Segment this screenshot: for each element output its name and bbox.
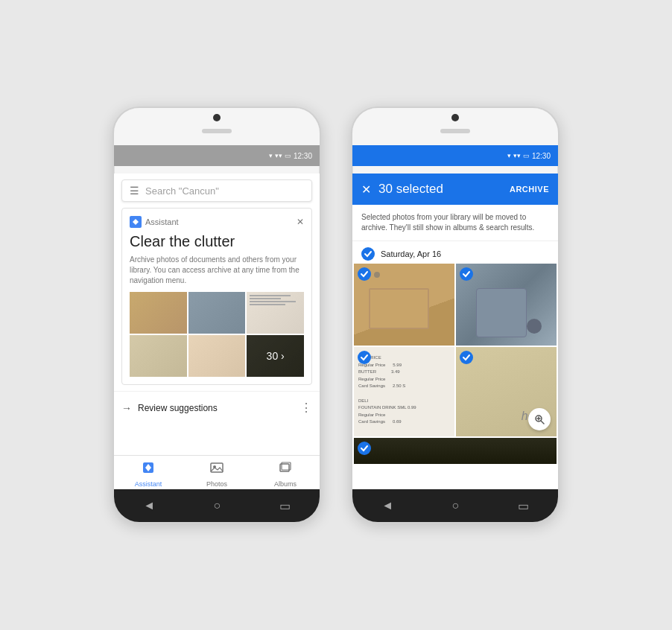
assistant-icon [130, 216, 142, 228]
photos-nav-label: Photos [206, 480, 227, 488]
archive-button[interactable]: ARCHIVE [510, 185, 549, 194]
archive-notice: Selected photos from your library will b… [352, 205, 558, 241]
selected-photo-3[interactable]: CHIN RICE Regular Price 5.99 BUTTER 3.49… [354, 347, 454, 436]
date-label: Saturday, Apr 16 [381, 249, 441, 258]
albums-nav-label: Albums [274, 480, 297, 488]
phone-1-speaker [202, 129, 232, 133]
more-options-icon[interactable]: ⋮ [300, 401, 312, 415]
phone-2-time: 12:30 [532, 152, 551, 160]
wifi-icon-2: ▾ [507, 152, 511, 159]
phone-1-top [114, 108, 320, 145]
bottom-navigation: Assistant Photos [114, 455, 320, 489]
phone-1: ▾ ▾▾ ▭ 12:30 ☰ Search "Cancun" [112, 106, 321, 524]
home-nav-icon[interactable]: ○ [214, 499, 221, 512]
photo-cell-5[interactable] [188, 335, 246, 377]
phone-1-time: 12:30 [294, 152, 312, 160]
card-description: Archive photos of documents and others f… [130, 255, 304, 286]
photo-5-check [358, 442, 371, 455]
more-count-label: 30 › [267, 350, 285, 362]
review-label: Review suggestions [138, 403, 218, 413]
assistant-nav-icon [141, 460, 156, 479]
phone-1-content: ☰ Search "Cancun" Assistant ✕ [114, 174, 320, 489]
date-section: Saturday, Apr 16 [352, 241, 558, 264]
selected-photo-4[interactable]: hello [456, 347, 557, 436]
photo-preview-grid: 30 › [130, 292, 304, 377]
review-suggestions-row[interactable]: → Review suggestions ⋮ [114, 391, 320, 424]
back-nav-icon[interactable]: ◄ [143, 499, 155, 512]
battery-icon: ▭ [285, 152, 291, 159]
photos-nav-icon [209, 460, 224, 479]
search-placeholder: Search "Cancun" [145, 185, 219, 197]
nav-tab-photos[interactable]: Photos [183, 460, 251, 488]
svg-marker-0 [133, 219, 139, 225]
phone-2-content: ✕ 30 selected ARCHIVE Selected photos fr… [352, 174, 558, 489]
photo-cell-4[interactable] [130, 335, 187, 377]
review-left: → Review suggestions [121, 402, 218, 414]
assistant-nav-label: Assistant [135, 480, 162, 488]
phone-2: ▾ ▾▾ ▭ 12:30 ✕ 30 selected ARCHIVE Selec… [351, 106, 560, 524]
nav-tab-assistant[interactable]: Assistant [114, 460, 183, 488]
selection-bar: ✕ 30 selected ARCHIVE [352, 174, 558, 205]
wifi-icon: ▾ [269, 152, 273, 159]
svg-line-8 [541, 421, 544, 424]
assistant-label: Assistant [145, 217, 179, 226]
search-bar[interactable]: ☰ Search "Cancun" [121, 179, 312, 202]
phone-1-status-icons: ▾ ▾▾ ▭ 12:30 [269, 152, 312, 160]
photo-3-check [358, 351, 371, 364]
svg-rect-3 [211, 463, 223, 472]
photo-grid-row2: CHIN RICE Regular Price 5.99 BUTTER 3.49… [352, 347, 558, 436]
selection-count: 30 selected [378, 182, 510, 197]
phone-2-statusbar: ▾ ▾▾ ▭ 12:30 [352, 145, 558, 166]
phone-1-camera [213, 114, 221, 121]
phone-1-bottom-bar: ◄ ○ ▭ [114, 489, 320, 522]
selected-photo-2[interactable] [456, 264, 557, 346]
assistant-card-header: Assistant ✕ [130, 216, 304, 228]
assistant-card: Assistant ✕ Clear the clutter Archive ph… [121, 208, 312, 385]
arrow-icon: → [121, 402, 132, 414]
selected-photo-5[interactable] [354, 438, 557, 464]
phones-container: ▾ ▾▾ ▭ 12:30 ☰ Search "Cancun" [112, 106, 560, 524]
phone-1-statusbar: ▾ ▾▾ ▭ 12:30 [114, 145, 320, 166]
photo-partial-row [352, 438, 558, 464]
photo-cell-1[interactable] [130, 292, 187, 334]
signal-icon: ▾▾ [275, 152, 282, 159]
card-title: Clear the clutter [130, 232, 304, 250]
photo-grid-row1 [352, 264, 558, 346]
zoom-button[interactable] [528, 408, 551, 430]
photo-1-check [358, 267, 371, 281]
battery-icon-2: ▭ [523, 152, 530, 159]
close-assistant-button[interactable]: ✕ [297, 217, 304, 227]
photo-cell-2[interactable] [188, 292, 246, 334]
back-nav-icon-2[interactable]: ◄ [381, 499, 393, 512]
phone-2-top [352, 108, 558, 145]
photo-cell-6[interactable]: 30 › [247, 335, 304, 377]
close-selection-button[interactable]: ✕ [361, 182, 371, 197]
photo-4-check [460, 351, 473, 364]
recents-nav-icon-2[interactable]: ▭ [518, 499, 529, 513]
phone-2-bottom-bar: ◄ ○ ▭ [352, 489, 558, 522]
menu-icon[interactable]: ☰ [130, 185, 139, 197]
recents-nav-icon[interactable]: ▭ [279, 499, 291, 513]
assistant-title-row: Assistant [130, 216, 179, 228]
more-photos-overlay[interactable]: 30 › [247, 335, 304, 377]
photo-2-check [460, 267, 473, 281]
photo-cell-3[interactable] [247, 292, 304, 334]
home-nav-icon-2[interactable]: ○ [452, 499, 460, 512]
nav-tab-albums[interactable]: Albums [251, 460, 320, 488]
phone-2-speaker [440, 129, 470, 133]
selected-photo-1[interactable] [354, 264, 454, 346]
signal-icon-2: ▾▾ [513, 152, 521, 159]
phone-2-status-icons: ▾ ▾▾ ▭ 12:30 [507, 152, 551, 160]
date-select-checkbox[interactable] [361, 247, 375, 261]
albums-nav-icon [278, 460, 293, 479]
phone-2-camera [451, 114, 459, 121]
